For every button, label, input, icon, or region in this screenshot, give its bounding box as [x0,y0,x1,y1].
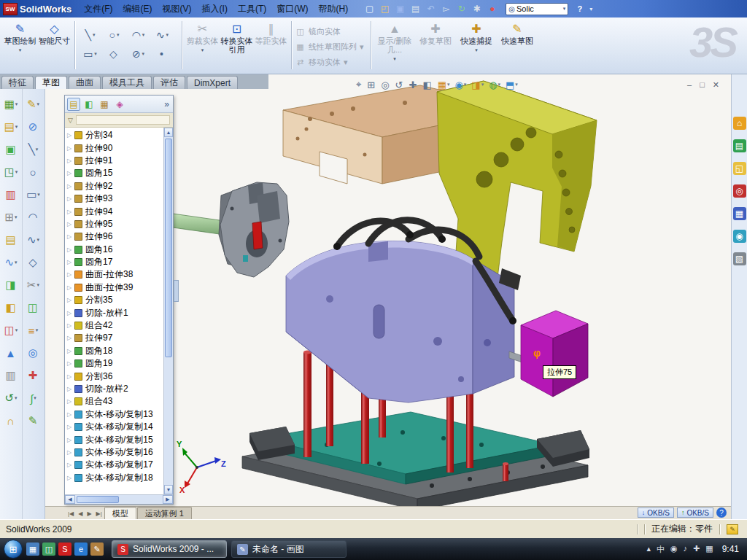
quick-sketch-icon[interactable]: ✎ [28,411,39,430]
chevron-down-icon[interactable]: ▾ [34,395,36,401]
view-orientation-icon[interactable]: ▦ ▾ [436,79,452,90]
smart-dimension-button[interactable]: ◇ 智能尺寸 [37,20,71,69]
new-document-icon[interactable]: ▢ [363,3,376,15]
options-icon[interactable]: ✱ [471,3,483,15]
circle-tool-icon[interactable]: ○ ▾ [102,26,126,44]
polygon-tool-icon[interactable]: ◇ [102,44,126,63]
print-icon[interactable]: ▤ [409,3,422,15]
convert-entities-button[interactable]: ⊡ 转换实体引用 [220,20,254,69]
chevron-down-icon[interactable]: ▾ [589,6,592,12]
chevron-down-icon[interactable]: ▾ [15,124,18,130]
chevron-down-icon[interactable]: ▾ [201,46,204,55]
next-tab-button[interactable]: ▶ [85,508,93,519]
fillet-icon[interactable]: ◨ [5,276,16,295]
expand-arrow-icon[interactable]: ▷ [67,437,74,443]
tree-item[interactable]: ▷ 实体-移动/复制15 [65,433,163,446]
chevron-down-icon[interactable]: ▾ [166,32,169,38]
panel-splitter-handle[interactable] [174,280,179,302]
expand-arrow-icon[interactable]: ▷ [67,398,74,405]
relations-icon[interactable]: ✚ [28,366,39,385]
tree-vertical-scrollbar[interactable]: ▲ ▼ [163,128,173,494]
chevron-down-icon[interactable]: ▾ [15,169,18,175]
resources-home-icon[interactable]: ⌂ [733,117,746,130]
expand-arrow-icon[interactable]: ▷ [67,462,74,468]
restore-button[interactable]: □ [700,80,705,90]
clock[interactable]: 9:41 [722,544,739,554]
tree-item[interactable]: ▷ 实体-移动/复制17 [65,459,163,471]
tree-item[interactable]: ▷ 切除-放样2 [65,383,163,395]
rectangle-tool-icon[interactable]: ▭ ▾ [78,44,102,63]
expand-arrow-icon[interactable]: ▷ [67,335,74,341]
expand-arrow-icon[interactable]: ▷ [67,233,74,240]
first-tab-button[interactable]: |◀ [66,508,76,519]
scrollbar-thumb[interactable] [165,139,172,357]
help-button[interactable]: ? [574,4,585,15]
mirror-feature-icon[interactable]: ▥ [5,366,16,385]
tray-expand-icon[interactable]: ▴ [646,544,651,555]
expand-arrow-icon[interactable]: ▷ [67,360,74,367]
expand-arrow-icon[interactable]: ▷ [67,373,74,380]
prev-tab-button[interactable]: ◀ [76,508,85,519]
spline-icon[interactable]: ∿ ▾ [27,230,39,249]
chevron-down-icon[interactable]: ▾ [37,282,40,288]
undo-icon[interactable]: ↶ [425,3,437,15]
rib-icon[interactable]: ◫ ▾ [4,321,18,340]
tree-item[interactable]: ▷ 拉伸93 [65,192,163,205]
arc-tool-icon[interactable]: ◠ ▾ [126,26,150,44]
expand-arrow-icon[interactable]: ▷ [67,348,74,354]
expand-arrow-icon[interactable]: ▷ [67,221,74,228]
doc-tab[interactable]: 模型 [104,507,136,519]
tree-item[interactable]: ▷ 分割36 [65,370,163,382]
chevron-down-icon[interactable]: ▾ [481,82,484,88]
chevron-down-icon[interactable]: ▾ [142,51,145,57]
reference-geometry-icon[interactable]: ▤ [5,230,16,249]
chevron-down-icon[interactable]: ▾ [360,42,364,52]
scrollbar-thumb[interactable] [77,496,119,503]
doc-tab[interactable]: 运动算例 1 [137,507,192,519]
expand-arrow-icon[interactable]: ▷ [67,297,74,303]
search-box[interactable]: ◎ Solic ▾ [506,3,568,15]
mirror-entities-button[interactable]: ◫ 镜向实体 [295,24,368,39]
chevron-down-icon[interactable]: ▾ [19,46,22,55]
style-spline-icon[interactable]: ∫ ▾ [30,389,36,408]
draft-icon[interactable]: ▲ [5,343,17,362]
chevron-down-icon[interactable]: ▾ [344,58,348,67]
solidworks-launcher-icon[interactable]: S [58,542,71,556]
polygon-icon[interactable]: ◇ [28,253,38,272]
repair-sketch-button[interactable]: ✚ 修复草图 [415,20,456,69]
tree-item[interactable]: ▷ 圆角19 [65,357,163,370]
transfer-badge[interactable]: ↑ OKB/S [677,508,713,518]
expand-arrow-icon[interactable]: ▷ [67,322,74,329]
menu-item[interactable]: 插入(I) [197,1,233,17]
commandmanager-tab[interactable]: 曲面 [69,76,101,89]
section-view-icon[interactable]: ◧ [421,79,433,90]
menu-item[interactable]: 窗口(W) [271,1,313,17]
sketch-pencil-icon[interactable]: ✎ ▾ [27,95,39,114]
appearances-scenes-icon[interactable]: ◉ [733,230,746,243]
chevron-down-icon[interactable]: ▾ [447,82,450,88]
line-icon[interactable]: ╲ ▾ [28,140,39,159]
tree-filter-bar[interactable]: ▽ [65,113,173,128]
browser-icon[interactable]: e [74,542,88,556]
chevron-down-icon[interactable]: ▾ [393,55,396,63]
tree-item[interactable]: ▷ 拉伸96 [65,230,163,243]
featuremanager-tab-icon[interactable]: ▤ [67,98,80,111]
menu-item[interactable]: 帮助(H) [314,1,354,17]
revolve-icon[interactable]: ◳ ▾ [4,163,18,182]
expand-arrow-icon[interactable]: ▷ [67,132,74,139]
circle-icon[interactable]: ○ [29,163,36,182]
dimension-icon[interactable]: ⊘ [28,117,39,136]
extrude-boss-icon[interactable]: ▣ [5,140,16,159]
display-style-icon[interactable]: ◉ ▾ [454,79,468,90]
point-tool-icon[interactable]: • [150,44,174,63]
tree-item[interactable]: ▷ 切除-放样1 [65,306,163,319]
last-tab-button[interactable]: ▶| [94,508,104,519]
tree-item[interactable]: ▷ 拉伸90 [65,141,163,154]
pan-icon[interactable]: ✚ [407,79,419,90]
tree-item[interactable]: ▷ 分割34 [65,129,163,141]
tree-item[interactable]: ▷ 实体-移动/复制18 [65,472,163,484]
network-icon[interactable]: ◉ [670,544,678,555]
mirror-sketch-icon[interactable]: ◎ [28,343,38,362]
expand-arrow-icon[interactable]: ▷ [67,449,74,456]
expand-arrow-icon[interactable]: ▷ [67,424,74,430]
